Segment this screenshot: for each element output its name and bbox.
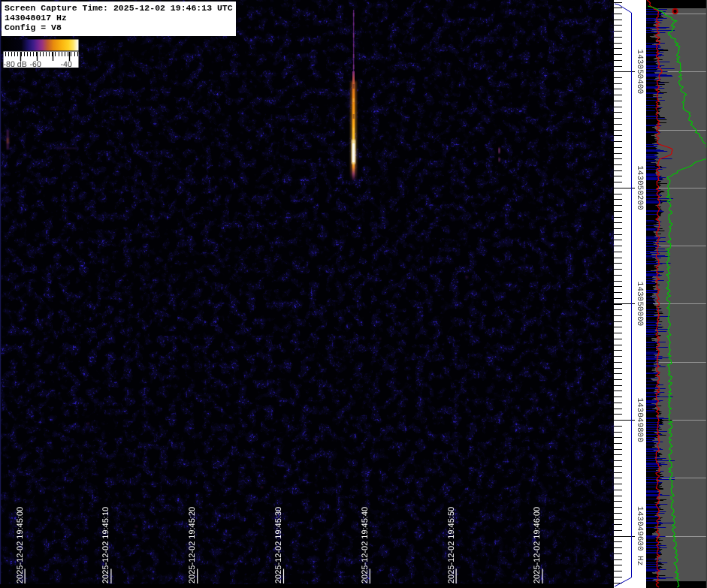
svg-text:-80 dB: -80 dB (4, 60, 27, 69)
svg-text:2025-12-02 19:45:40: 2025-12-02 19:45:40 (361, 507, 370, 583)
svg-text:2025-12-02 19:45:30: 2025-12-02 19:45:30 (274, 507, 283, 583)
svg-text:2025-12-02 19:46:00: 2025-12-02 19:46:00 (533, 507, 542, 583)
svg-text:143050400: 143050400 (635, 50, 644, 94)
svg-text:143049600 Hz: 143049600 Hz (635, 506, 644, 565)
svg-text:2025-12-02 19:45:50: 2025-12-02 19:45:50 (447, 507, 456, 583)
svg-text:143049800: 143049800 (635, 397, 644, 442)
svg-text:143050000: 143050000 (635, 282, 644, 326)
svg-text:2025-12-02 19:45:10: 2025-12-02 19:45:10 (101, 507, 110, 583)
svg-text:2025-12-02 19:45:20: 2025-12-02 19:45:20 (188, 507, 197, 583)
svg-text:143050200: 143050200 (635, 165, 644, 210)
svg-text:2025-12-02 19:45:00: 2025-12-02 19:45:00 (16, 507, 25, 583)
svg-text:-60: -60 (30, 60, 41, 69)
svg-text:-40: -40 (61, 60, 72, 69)
